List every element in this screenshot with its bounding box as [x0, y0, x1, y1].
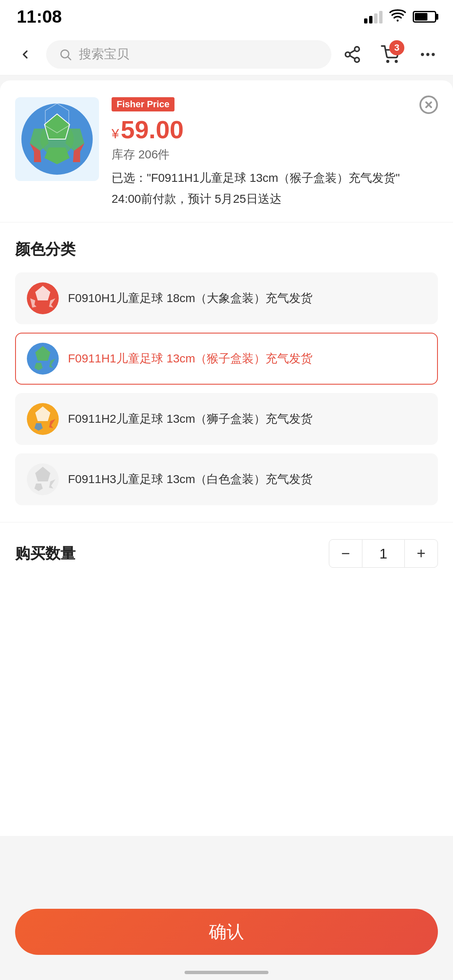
variant-item-f0911h2[interactable]: F0911H2儿童足球 13cm（狮子盒装）充气发货 [15, 393, 438, 445]
quantity-increment[interactable]: + [404, 539, 438, 568]
svg-point-1 [61, 50, 69, 58]
status-bar: 11:08 [0, 0, 453, 34]
price-value: 59.00 [121, 117, 184, 142]
price-symbol: ¥ [112, 126, 119, 142]
nav-bar: 搜索宝贝 3 [0, 34, 453, 75]
product-image [15, 97, 99, 181]
quantity-section: 购买数量 − 1 + [0, 522, 453, 584]
quantity-label: 购买数量 [15, 543, 76, 564]
variant-thumb-f0910h1 [26, 282, 60, 315]
svg-line-7 [350, 50, 355, 53]
nav-icons: 3 [340, 42, 440, 67]
svg-point-10 [421, 53, 424, 56]
variant-item-f0911h1[interactable]: F0911H1儿童足球 13cm（猴子盒装）充气发货 [15, 333, 438, 385]
confirm-button-wrap: 确认 [0, 909, 453, 955]
home-indicator [185, 971, 268, 974]
variant-label-f0911h2: F0911H2儿童足球 13cm（狮子盒装）充气发货 [68, 411, 312, 427]
variant-item-f0910h1[interactable]: F0910H1儿童足球 18cm（大象盒装）充气发货 [15, 272, 438, 324]
wifi-icon [389, 8, 406, 26]
product-header: Fisher Price ¥ 59.00 库存 206件 已选："F0911H1… [0, 80, 453, 222]
quantity-value: 1 [362, 539, 404, 568]
delivery-text: 24:00前付款，预计 5月25日送达 [112, 191, 438, 207]
color-section-title: 颜色分类 [15, 239, 438, 260]
svg-point-11 [426, 53, 429, 56]
quantity-control: − 1 + [329, 539, 438, 568]
variant-label-f0911h1: F0911H1儿童足球 13cm（猴子盒装）充气发货 [68, 350, 312, 367]
variant-options: F0910H1儿童足球 18cm（大象盒装）充气发货 F0911H1儿童足球 1… [15, 272, 438, 505]
selected-variant-text: 已选："F0911H1儿童足球 13cm（猴子盒装）充气发货" [112, 169, 438, 187]
share-button[interactable] [340, 42, 365, 67]
variant-thumb-f0911h2 [26, 402, 60, 436]
battery-icon [413, 11, 436, 23]
status-icons [364, 8, 436, 26]
quantity-decrement[interactable]: − [329, 539, 362, 568]
more-button[interactable] [415, 42, 440, 67]
stock-text: 库存 206件 [112, 147, 438, 163]
svg-point-8 [387, 60, 389, 62]
cart-button[interactable]: 3 [378, 42, 403, 67]
variant-thumb-f0911h3 [26, 463, 60, 496]
search-icon [59, 48, 72, 61]
signal-icon [364, 10, 383, 23]
variant-thumb-f0911h1 [26, 342, 60, 375]
cart-badge: 3 [389, 40, 404, 55]
svg-line-6 [350, 55, 355, 58]
svg-point-0 [397, 19, 399, 21]
svg-point-9 [396, 60, 397, 62]
color-section: 颜色分类 F0910H1儿童足球 18cm（大象盒装）充气发货 [0, 222, 453, 522]
variant-label-f0911h3: F0911H3儿童足球 13cm（白色盒装）充气发货 [68, 471, 312, 487]
content-spacer [0, 584, 453, 836]
variant-label-f0910h1: F0910H1儿童足球 18cm（大象盒装）充气发货 [68, 290, 312, 306]
confirm-button[interactable]: 确认 [15, 909, 438, 955]
product-info: Fisher Price ¥ 59.00 库存 206件 已选："F0911H1… [112, 97, 438, 207]
search-bar[interactable]: 搜索宝贝 [46, 40, 331, 69]
variant-item-f0911h3[interactable]: F0911H3儿童足球 13cm（白色盒装）充气发货 [15, 453, 438, 505]
status-time: 11:08 [17, 7, 62, 27]
svg-point-12 [432, 53, 435, 56]
brand-logo: Fisher Price [112, 97, 174, 111]
search-input-placeholder: 搜索宝贝 [79, 46, 129, 63]
close-button[interactable] [417, 93, 440, 116]
bottom-panel: Fisher Price ¥ 59.00 库存 206件 已选："F0911H1… [0, 80, 453, 836]
price-row: ¥ 59.00 [112, 117, 438, 142]
back-button[interactable] [13, 42, 38, 67]
svg-line-2 [68, 57, 71, 60]
